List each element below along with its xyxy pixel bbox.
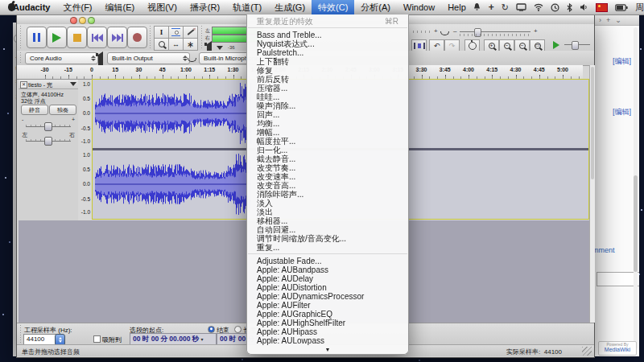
undo-button[interactable]: ↶: [429, 39, 444, 51]
battery-icon[interactable]: [615, 4, 628, 11]
menubar-item-c[interactable]: 特效(C): [312, 0, 354, 14]
fit-project-button[interactable]: ▭: [530, 39, 545, 51]
play-at-speed-button[interactable]: [549, 39, 563, 50]
menubar-item-help[interactable]: Help: [441, 0, 473, 14]
effect-menu-item[interactable]: 上下翻转: [247, 57, 408, 66]
vertical-scrollbar[interactable]: [589, 65, 595, 323]
project-rate-input[interactable]: 44100: [23, 334, 56, 345]
playback-speed-slider[interactable]: [564, 44, 590, 45]
pan-slider-thumb[interactable]: [44, 137, 52, 146]
browser-toolbar-icon[interactable]: +: [606, 16, 610, 24]
effect-menu-item[interactable]: 修复: [247, 66, 408, 75]
effect-menu-item[interactable]: Adjustable Fade...: [247, 257, 408, 265]
effect-menu-item[interactable]: Apple: AUDynamicsProcessor: [247, 292, 408, 301]
effect-menu-item[interactable]: 改变音高...: [247, 181, 408, 190]
transport-toolbar-grip[interactable]: [19, 26, 23, 48]
bluetooth-icon[interactable]: [567, 3, 572, 12]
plus-menu-icon[interactable]: +: [489, 2, 494, 13]
selection-start-time-field[interactable]: 00 时 00 分 00.000 秒 ▾: [130, 333, 217, 345]
zoom-in-button[interactable]: +: [484, 39, 499, 51]
notification-bell-icon[interactable]: [473, 2, 481, 12]
menubar-item-f[interactable]: 文件(F): [56, 0, 98, 14]
menubar-item-e[interactable]: 编辑(E): [99, 0, 142, 14]
gain-slider-thumb[interactable]: [44, 122, 52, 131]
audio-host-select[interactable]: Core Audio: [25, 52, 98, 64]
effect-menu-item[interactable]: Apple: AUGraphicEQ: [247, 310, 408, 319]
effect-menu-item[interactable]: 回声...: [247, 110, 408, 119]
effect-menu-item[interactable]: 截去静音...: [247, 154, 408, 163]
play-button[interactable]: [47, 27, 67, 48]
effect-menu-item[interactable]: Nyquist表达式...: [247, 39, 408, 48]
effect-menu-item[interactable]: Bass and Treble...: [247, 31, 408, 39]
effect-menu-item[interactable]: Apple: AUHipass: [247, 327, 408, 336]
effect-menu-item[interactable]: Apple: AUDelay: [247, 274, 408, 283]
multi-tool-button[interactable]: ∗: [183, 38, 198, 51]
input-volume-slider[interactable]: [460, 31, 530, 32]
effect-menu-item[interactable]: Apple: AUFilter: [247, 301, 408, 310]
length-radio[interactable]: [234, 326, 242, 333]
close-track-icon[interactable]: ✕: [20, 81, 27, 88]
effect-menu-item[interactable]: 改变节奏...: [247, 163, 408, 172]
wifi-icon[interactable]: [534, 3, 543, 11]
edit-link[interactable]: [编辑]: [613, 107, 631, 117]
vertical-scale-ruler[interactable]: 1.00.50.0-0.5-1.01.00.50.0-0.5-1.0: [78, 79, 92, 220]
playback-speed-thumb[interactable]: [572, 41, 579, 50]
effect-menu-item[interactable]: 重复...: [247, 243, 408, 252]
tools-toolbar-grip[interactable]: [149, 26, 152, 48]
device-toolbar-grip[interactable]: [19, 52, 23, 64]
snap-to-checkbox[interactable]: [93, 335, 101, 343]
pause-button[interactable]: [27, 27, 47, 48]
effect-menu-item[interactable]: 增幅...: [247, 128, 408, 137]
menubar-item-r[interactable]: 播录(R): [184, 0, 226, 14]
timer-record-button[interactable]: [464, 39, 480, 51]
selection-toolbar-grip[interactable]: [19, 325, 23, 343]
end-radio[interactable]: [208, 326, 215, 333]
timeshift-tool-button[interactable]: ↔: [168, 38, 184, 51]
zoom-out-button[interactable]: –: [499, 39, 514, 51]
effect-menu-item[interactable]: 调节时间缩放/音高变化...: [247, 234, 408, 243]
skip-start-button[interactable]: [87, 27, 107, 48]
meter-toolbar-grip[interactable]: [200, 26, 204, 48]
sync-icon[interactable]: ↻: [502, 2, 509, 13]
menubar-item-v[interactable]: 视图(V): [141, 0, 184, 14]
effect-menu-item[interactable]: Paulstretch...: [247, 48, 408, 57]
effect-menu-item[interactable]: 幅度拉平...: [247, 137, 408, 146]
meter-dropdown-arrow[interactable]: [217, 46, 223, 50]
fit-selection-button[interactable]: ⇔: [514, 39, 530, 51]
effect-menu-item[interactable]: Apple: AUBandpass: [247, 265, 408, 274]
time-field-arrow-icon[interactable]: ▾: [201, 337, 204, 342]
effect-menu-item[interactable]: Apple: AULowpass: [247, 336, 408, 345]
effect-menu-item[interactable]: 重复最近的特效⌘R: [247, 17, 408, 26]
browser-scrollbar-thumb[interactable]: [634, 175, 638, 272]
solo-button[interactable]: 独奏: [49, 105, 76, 115]
effect-menu-item[interactable]: 均衡...: [247, 119, 408, 128]
menubar-item-window[interactable]: Window: [397, 0, 441, 14]
menubar-item-a[interactable]: 分析(A): [354, 0, 397, 14]
effect-menu-item[interactable]: Apple: AUHighShelfFilter: [247, 319, 408, 327]
effect-menu-item[interactable]: Apple: AUDistortion: [247, 283, 408, 292]
volume-icon[interactable]: [580, 3, 588, 11]
display-icon[interactable]: [516, 3, 526, 11]
output-device-select[interactable]: Built-in Output: [107, 52, 190, 64]
effect-menu-item[interactable]: 淡入: [247, 199, 408, 208]
waveform-left-channel[interactable]: [93, 80, 251, 147]
minimize-window-button[interactable]: [79, 17, 86, 24]
effect-menu-item[interactable]: 消除咔嗒声...: [247, 190, 408, 199]
redo-button[interactable]: ↷: [444, 39, 460, 51]
menubar-clock[interactable]: 周六 下午12:31: [635, 2, 644, 14]
track-menu-arrow-icon[interactable]: [70, 82, 76, 86]
track-name[interactable]: tiesto - 完: [28, 81, 52, 89]
trim-audio-button[interactable]: [411, 39, 427, 51]
effect-menu-item[interactable]: 改变速率...: [247, 172, 408, 181]
zoom-window-button[interactable]: [88, 17, 95, 24]
menubar-item-g[interactable]: 生成(G): [268, 0, 312, 14]
effect-menu-item[interactable]: 压缩器...: [247, 84, 408, 93]
mute-button[interactable]: 静音: [21, 105, 48, 115]
record-button[interactable]: [127, 27, 147, 48]
effect-menu-item[interactable]: 自动回避...: [247, 225, 408, 234]
effect-menu-item[interactable]: 移相器...: [247, 216, 408, 225]
comment-link-fragment[interactable]: mment: [593, 246, 615, 254]
browser-toolbar-icon[interactable]: ⌄: [615, 16, 621, 24]
effect-menu-item[interactable]: 淡出: [247, 208, 408, 216]
input-language-flag-icon[interactable]: [596, 3, 608, 12]
